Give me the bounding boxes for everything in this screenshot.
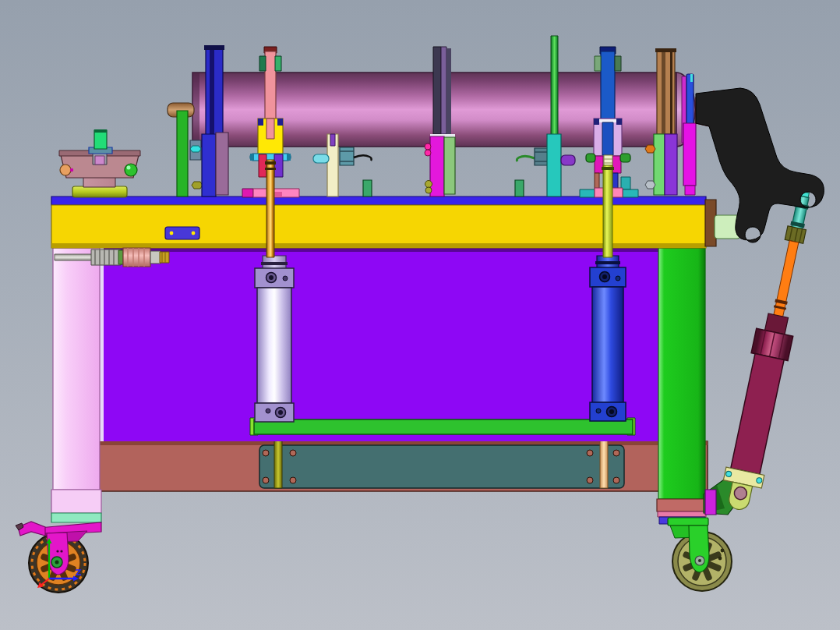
right-fork-plate (668, 518, 708, 526)
olive-bolt (192, 182, 203, 189)
left-foot-mint-pad (51, 513, 101, 522)
vise-backing-plate (259, 445, 624, 488)
green-peg-2 (515, 180, 524, 196)
clamp-foot-purple (274, 154, 283, 177)
wire-hook-green (517, 156, 535, 161)
right-caster (668, 518, 732, 591)
pneumatic-cylinder-right (590, 256, 626, 421)
teal-post (547, 134, 561, 196)
right-stand-green (654, 134, 665, 195)
left-caster (16, 522, 101, 593)
coupler-hex-nut (150, 251, 161, 264)
wire-hook-black (354, 155, 372, 161)
flange-stem (83, 177, 115, 187)
right-foot-pink-pad (658, 511, 706, 517)
left-foot-block (51, 490, 101, 513)
right-foot-rose-block (657, 499, 707, 511)
right-leg (657, 248, 707, 524)
anchor-magenta-block (705, 490, 716, 515)
silver-bolt (645, 181, 655, 189)
coupler-rod (55, 254, 94, 260)
table-beam (51, 196, 716, 248)
grey-fitting-right (535, 148, 548, 165)
left-stand-mauve (216, 133, 228, 195)
purple-stub-pin (561, 155, 575, 165)
cyan-bolt (190, 146, 201, 152)
machine-drawing (0, 0, 840, 630)
body-panel-face (100, 248, 658, 441)
left-cyl-bottom-cap (255, 403, 294, 422)
left-stand-green (177, 111, 188, 196)
piston-rod-gold (266, 160, 274, 257)
right-cyl-body (592, 287, 623, 402)
flange-base-disc (72, 186, 127, 197)
body-panel (100, 248, 658, 441)
rotary-flange-assembly (59, 129, 140, 197)
body-panel-left-highlight (100, 248, 104, 441)
left-leg-column (53, 248, 100, 490)
actuator-barrel (731, 354, 784, 475)
mid-stand-magenta (430, 136, 444, 196)
orange-bolt (645, 145, 655, 153)
slate-post (433, 47, 441, 134)
magenta-ram-post (683, 123, 696, 186)
mid-stand-sage (444, 137, 455, 194)
coupler-gold-tip (160, 252, 169, 263)
left-stand-navy (202, 134, 216, 196)
piston-rod-kelly (603, 165, 612, 257)
cylinder-shelf (250, 418, 635, 435)
flange-knob-green (125, 164, 137, 176)
top-knob (94, 130, 107, 149)
body-panel-top-shadow (100, 248, 658, 252)
right-leg-column (658, 248, 705, 499)
green-blade-post (551, 36, 558, 147)
grey-fitting-left (340, 147, 354, 165)
clamp-foot-crimson (259, 154, 266, 177)
right-stand-purple (665, 134, 677, 195)
left-leg (51, 248, 101, 522)
clamp-arm-pink (265, 51, 276, 120)
flange-knob-orange (60, 165, 71, 175)
cyan-stub-pin (313, 154, 329, 163)
vise-plate (259, 445, 624, 488)
green-peg-1 (363, 180, 372, 196)
left-cyl-body (257, 288, 291, 403)
cad-viewport[interactable] (0, 0, 840, 630)
pneumatic-cylinder-left (255, 256, 294, 422)
